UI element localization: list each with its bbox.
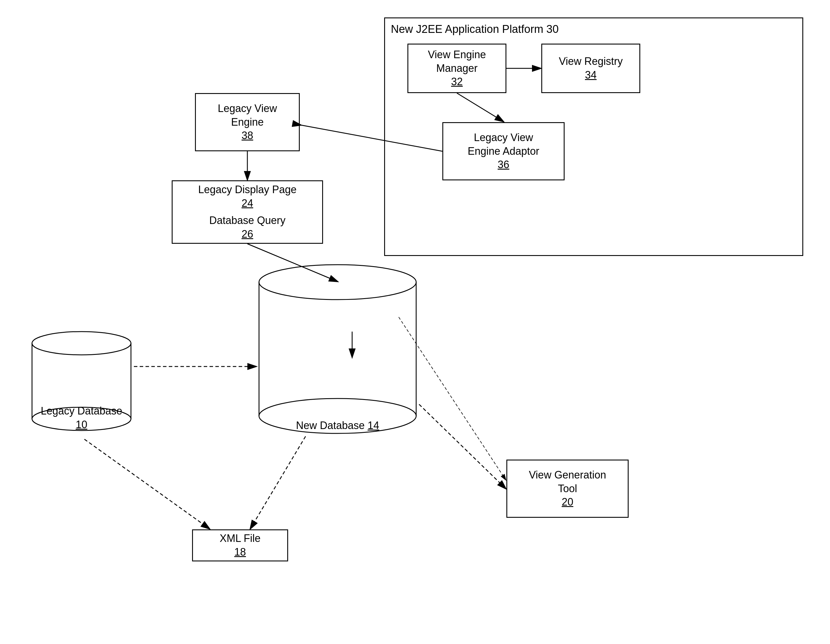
legacy-display-page-box: Legacy Display Page 24: [172, 180, 323, 212]
svg-rect-5: [259, 282, 416, 416]
legacy-view-engine-adaptor-box: Legacy ViewEngine Adaptor36: [442, 122, 565, 180]
new-database-cylinder: [256, 262, 419, 436]
database-query-box: Database Query 26: [172, 212, 323, 244]
svg-line-20: [419, 404, 506, 489]
view-engine-manager-box: View EngineManager 32: [407, 44, 506, 93]
svg-line-22: [84, 439, 209, 529]
view-generation-tool-box: View GenerationTool 20: [506, 460, 629, 518]
legacy-view-engine-box: Legacy ViewEngine 38: [195, 93, 300, 151]
platform-title: New J2EE Application Platform 30: [391, 23, 559, 35]
svg-line-21: [250, 436, 306, 529]
xml-file-box: XML File 18: [192, 529, 288, 562]
new-database-label: New Database 14: [256, 419, 419, 432]
legacy-database-label: Legacy Database10: [29, 404, 134, 432]
view-registry-box: View Registry34: [541, 44, 640, 93]
svg-point-3: [32, 332, 131, 355]
svg-point-8: [259, 265, 416, 300]
